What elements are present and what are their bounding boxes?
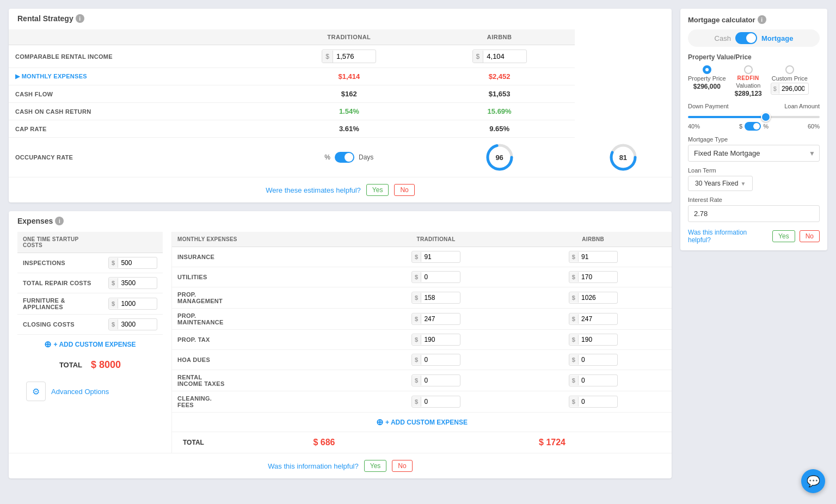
dollar-pct-switch[interactable]: [745, 122, 761, 131]
cleaning-trad-input[interactable]: $: [411, 396, 460, 408]
custom-price-radio[interactable]: [785, 65, 794, 74]
hoa-trad-input[interactable]: $: [411, 354, 460, 366]
inspection-label: INSPECTIONS: [17, 253, 103, 273]
custom-price-label: Custom Price: [772, 75, 808, 82]
custom-price-field[interactable]: [779, 83, 807, 94]
cash-flow-trad: $162: [274, 85, 424, 103]
expenses-yes-button[interactable]: Yes: [364, 460, 387, 472]
table-row: CASH ON CASH RETURN 1.54% 15.69%: [9, 103, 672, 120]
table-row: COMPARABLE RENTAL INCOME $ $: [9, 45, 672, 68]
table-row: PROP.MANAGEMENT $ $: [172, 287, 672, 309]
monthly-total-label: TOTAL: [177, 439, 210, 446]
interest-rate-field[interactable]: [688, 205, 820, 222]
repair-label: TOTAL REPAIR COSTS: [17, 273, 103, 293]
down-payment-slider[interactable]: [688, 116, 820, 118]
expenses-info-icon[interactable]: i: [55, 217, 64, 225]
expenses-card: Expenses i ONE TIME STARTUP COSTS: [9, 211, 672, 478]
col-label: [9, 29, 274, 45]
one-time-total-row: TOTAL $ 8000: [17, 354, 163, 376]
rental-strategy-card: Rental Strategy i TRADITIONAL AIRBNB COM…: [9, 9, 672, 202]
rental-strategy-table: TRADITIONAL AIRBNB COMPARABLE RENTAL INC…: [9, 29, 672, 177]
table-row: ▶ MONTHLY EXPENSES $1,414 $2,452: [9, 68, 672, 85]
rental-strategy-info-icon[interactable]: i: [76, 14, 84, 23]
closing-input[interactable]: $: [108, 318, 157, 330]
rental-tax-trad-input[interactable]: $: [411, 374, 460, 386]
rental-tax-airbnb-input[interactable]: $: [569, 374, 618, 386]
mortgage-yes-button[interactable]: Yes: [772, 230, 795, 242]
hoa-airbnb-input[interactable]: $: [569, 354, 618, 366]
property-price-radio[interactable]: [703, 65, 711, 74]
property-price-label: Property Price: [688, 75, 726, 82]
mortgage-type-select-wrap: Fixed Rate Mortgage Adjustable Rate Mort…: [688, 145, 820, 162]
advanced-options-row: ⚙ Advanced Options: [17, 376, 163, 407]
monthly-header: MONTHLY EXPENSES: [172, 232, 358, 247]
mortgage-info-icon[interactable]: i: [758, 15, 766, 24]
rental-helpful-row: Were these estimates helpful? Yes No: [9, 177, 672, 202]
table-row: CLOSING COSTS $: [17, 315, 163, 335]
row-airbnb: $: [424, 45, 574, 68]
custom-price-input[interactable]: $: [771, 83, 809, 95]
valuation-option[interactable]: REDFIN Valuation $289,123: [735, 65, 762, 97]
table-row: PROP. TAX $ $: [172, 330, 672, 350]
trad-donut: 96: [484, 142, 515, 173]
loan-term-button[interactable]: 30 Years Fixed ▼: [688, 176, 753, 191]
comparable-airbnb-field[interactable]: [483, 50, 521, 63]
insurance-trad-input[interactable]: $: [411, 251, 460, 263]
expenses-title: Expenses i: [17, 217, 663, 225]
interest-rate-section: Interest Rate: [688, 196, 820, 222]
prop-maint-airbnb-input[interactable]: $: [569, 313, 618, 325]
repair-field[interactable]: [118, 278, 151, 288]
coc-airbnb: 15.69%: [424, 103, 574, 120]
mortgage-title: Mortgage calculator i: [688, 15, 820, 24]
inspection-field[interactable]: [118, 257, 151, 268]
mortgage-type-select[interactable]: Fixed Rate Mortgage Adjustable Rate Mort…: [688, 145, 820, 162]
inspection-input[interactable]: $: [108, 257, 157, 269]
custom-price-option[interactable]: Custom Price $: [771, 65, 809, 95]
prop-mgmt-airbnb-input[interactable]: $: [569, 292, 618, 304]
insurance-airbnb-input[interactable]: $: [569, 251, 618, 263]
prop-mgmt-trad-input[interactable]: $: [411, 292, 460, 304]
rental-strategy-title: Rental Strategy i: [17, 14, 663, 23]
advanced-options-label[interactable]: Advanced Options: [51, 388, 109, 396]
prop-mgmt-label: PROP.MANAGEMENT: [172, 287, 358, 309]
expenses-no-button[interactable]: No: [392, 460, 412, 472]
property-price-option[interactable]: Property Price $296,000: [688, 65, 726, 90]
cap-rate-airbnb: 9.65%: [424, 120, 574, 138]
valuation-radio[interactable]: [744, 65, 753, 74]
slider-max: 60%: [808, 123, 820, 130]
add-custom-expense-button[interactable]: ⊕ + ADD CUSTOM EXPENSE: [17, 335, 163, 354]
comparable-airbnb-input[interactable]: $: [472, 50, 527, 63]
monthly-add-custom-button[interactable]: ⊕ + ADD CUSTOM EXPENSE: [172, 413, 672, 432]
closing-field[interactable]: [118, 319, 151, 330]
table-row: FURNITURE & APPLIANCES $: [17, 293, 163, 315]
valuation-label: Valuation: [736, 82, 760, 89]
col-airbnb: AIRBNB: [424, 29, 574, 45]
rental-yes-button[interactable]: Yes: [366, 184, 389, 196]
rental-income-tax-label: RENTALINCOME TAXES: [172, 370, 358, 391]
rental-no-button[interactable]: No: [394, 184, 414, 196]
cash-mortgage-toggle[interactable]: Cash Mortgage: [688, 29, 820, 47]
prop-tax-airbnb-input[interactable]: $: [569, 334, 618, 346]
cash-flow-airbnb: $1,653: [424, 85, 574, 103]
prop-tax-trad-input[interactable]: $: [411, 334, 460, 346]
furniture-field[interactable]: [118, 298, 151, 309]
mortgage-helpful-text: Was this information helpful?: [688, 229, 768, 244]
utilities-airbnb-input[interactable]: $: [569, 271, 618, 283]
gear-icon[interactable]: ⚙: [26, 382, 46, 401]
comparable-trad-input[interactable]: $: [322, 50, 376, 63]
furniture-val: $: [103, 293, 163, 315]
cleaning-airbnb-input[interactable]: $: [569, 396, 618, 408]
occupancy-toggle[interactable]: [335, 152, 354, 163]
mortgage-no-button[interactable]: No: [800, 230, 820, 242]
cash-mortgage-switch[interactable]: [735, 32, 757, 44]
airbnb-donut: 81: [608, 142, 638, 173]
repair-input[interactable]: $: [108, 277, 157, 289]
one-time-table: ONE TIME STARTUP COSTS INSPECTIONS $: [17, 232, 163, 335]
furniture-input[interactable]: $: [108, 298, 157, 310]
comparable-trad-field[interactable]: [333, 50, 371, 63]
interest-rate-label: Interest Rate: [688, 196, 820, 203]
prop-maint-trad-input[interactable]: $: [411, 313, 460, 325]
loan-amount-label: Loan Amount: [784, 103, 820, 109]
col-traditional: TRADITIONAL: [274, 29, 424, 45]
utilities-trad-input[interactable]: $: [411, 271, 460, 283]
